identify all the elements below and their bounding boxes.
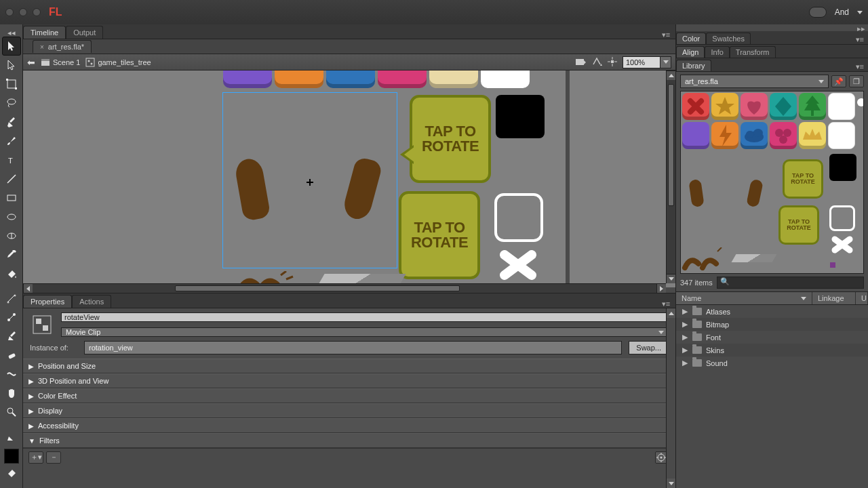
selection-tool[interactable] (2, 37, 21, 56)
panel-menu-icon[interactable]: ▾≡ (852, 62, 868, 71)
library-preview: TAP TO ROTATE TAP TO ROTATE (680, 91, 864, 274)
document-tabstrip: × art_res.fla* (23, 39, 675, 54)
zoom-tool[interactable] (2, 403, 21, 422)
instance-name-input[interactable] (61, 312, 669, 322)
text-tool[interactable]: T (2, 150, 21, 169)
bone-tool[interactable] (2, 289, 21, 308)
breadcrumb-symbol[interactable]: game_tiles_tree (85, 58, 151, 67)
library-folder[interactable]: ▶Atlases (676, 305, 868, 318)
tab-swatches[interactable]: Swatches (706, 33, 751, 44)
fill-options[interactable] (2, 464, 21, 483)
remove-filter-button[interactable]: － (46, 451, 61, 464)
library-search-input[interactable]: 🔍 (717, 277, 864, 289)
instance-type-dropdown[interactable]: Movie Clip (61, 327, 669, 337)
workspace-menu[interactable]: And (835, 7, 849, 17)
polystar-tool[interactable] (2, 226, 21, 245)
pen-tool[interactable] (2, 113, 21, 131)
tab-output[interactable]: Output (66, 26, 103, 39)
sort-icon[interactable] (801, 297, 806, 300)
sync-settings-button[interactable] (809, 7, 827, 18)
library-column-header[interactable]: Name Linkage U (676, 291, 868, 305)
section-3d-position[interactable]: ▶3D Position and View (23, 373, 675, 388)
pin-library-button[interactable]: 📌 (831, 75, 846, 87)
library-folder[interactable]: ▶Font (676, 331, 868, 344)
close-window-icon[interactable] (5, 8, 14, 16)
tab-align[interactable]: Align (676, 46, 705, 58)
tab-timeline[interactable]: Timeline (23, 26, 66, 39)
tab-actions[interactable]: Actions (72, 295, 111, 308)
svg-point-34 (660, 456, 662, 458)
pv-purple-dot (830, 262, 835, 268)
swap-button[interactable]: Swap... (629, 341, 669, 354)
back-button[interactable]: ⬅ (27, 57, 35, 68)
width-tool[interactable] (2, 365, 21, 384)
zoom-input[interactable] (623, 56, 660, 68)
add-filter-button[interactable]: ＋▾ (28, 451, 43, 464)
breadcrumb-scene[interactable]: Scene 1 (41, 58, 80, 67)
expand-panels-icon[interactable]: ▸▸ (676, 24, 868, 31)
section-accessibility[interactable]: ▶Accessibility (23, 418, 675, 433)
new-library-panel-button[interactable]: ❐ (849, 75, 864, 87)
collapse-tools-icon[interactable]: ◂◂ (0, 28, 22, 37)
bind-tool[interactable] (2, 308, 21, 327)
ink-bottle-tool[interactable] (2, 327, 21, 346)
zoom-window-icon[interactable] (33, 8, 41, 16)
stroke-swatch[interactable] (4, 449, 19, 464)
scroll-thumb[interactable] (668, 84, 674, 206)
stage[interactable]: TAP TO ROTATE TAP TO ROTATE (23, 70, 675, 293)
document-tab[interactable]: × art_res.fla* (33, 40, 92, 53)
library-document-select[interactable]: art_res.fla (680, 75, 829, 88)
scroll-left-icon[interactable] (23, 284, 33, 293)
zoom-dropdown[interactable] (660, 56, 671, 68)
minimize-window-icon[interactable] (19, 8, 27, 16)
section-color-effect[interactable]: ▶Color Effect (23, 388, 675, 403)
library-folder[interactable]: ▶Sound (676, 357, 868, 369)
panel-menu-icon[interactable]: ▾≡ (660, 300, 671, 308)
library-folder[interactable]: ▶Bitmap (676, 318, 868, 331)
svg-rect-1 (6, 79, 8, 81)
panel-menu-icon[interactable]: ▾≡ (852, 35, 868, 44)
properties-scrollbar[interactable] (666, 308, 675, 488)
hand-tool[interactable] (2, 384, 21, 403)
paint-bucket-tool[interactable] (2, 264, 21, 283)
section-display[interactable]: ▶Display (23, 403, 675, 418)
brush-tool[interactable] (2, 131, 21, 150)
window-traffic-lights[interactable] (5, 8, 41, 16)
clapboard-icon (41, 58, 50, 67)
oval-tool[interactable] (2, 207, 21, 226)
tab-color[interactable]: Color (676, 33, 706, 44)
stage-horizontal-scrollbar[interactable] (23, 283, 666, 293)
svg-rect-32 (43, 325, 48, 331)
line-tool[interactable] (2, 169, 21, 188)
edit-symbols-button[interactable] (591, 57, 602, 68)
tab-library[interactable]: Library (676, 60, 711, 71)
stage-vertical-scrollbar[interactable] (666, 70, 675, 283)
scroll-down-icon[interactable] (667, 274, 675, 283)
scroll-thumb[interactable] (175, 285, 460, 291)
pv-speech-1: TAP TO ROTATE (783, 159, 823, 199)
folder-icon (692, 346, 702, 354)
svg-line-11 (9, 315, 14, 319)
tab-properties[interactable]: Properties (23, 295, 72, 308)
library-item-list[interactable]: ▶Atlases ▶Bitmap ▶Font ▶Skins ▶Sound (676, 305, 868, 488)
lasso-tool[interactable] (2, 94, 21, 113)
tile-blue (326, 70, 375, 88)
library-folder[interactable]: ▶Skins (676, 344, 868, 357)
scroll-right-icon[interactable] (656, 284, 666, 293)
eraser-tool[interactable] (2, 346, 21, 365)
subselection-tool[interactable] (2, 56, 21, 75)
free-transform-tool[interactable] (2, 75, 21, 94)
center-stage-button[interactable] (608, 57, 617, 68)
panel-collapse-icon[interactable]: ▾≡ (660, 30, 671, 39)
close-tab-icon[interactable]: × (40, 43, 44, 51)
rectangle-tool[interactable] (2, 188, 21, 207)
speech-text-1: TAP TO ROTATE (422, 124, 479, 154)
edit-scene-button[interactable] (575, 57, 586, 68)
section-filters[interactable]: ▼Filters (23, 433, 675, 448)
scroll-up-icon[interactable] (667, 70, 675, 80)
tab-transform[interactable]: Transform (730, 46, 776, 58)
stroke-options[interactable] (2, 427, 21, 446)
section-position-size[interactable]: ▶Position and Size (23, 359, 675, 373)
eyedropper-tool[interactable] (2, 245, 21, 264)
tab-info[interactable]: Info (705, 46, 729, 58)
